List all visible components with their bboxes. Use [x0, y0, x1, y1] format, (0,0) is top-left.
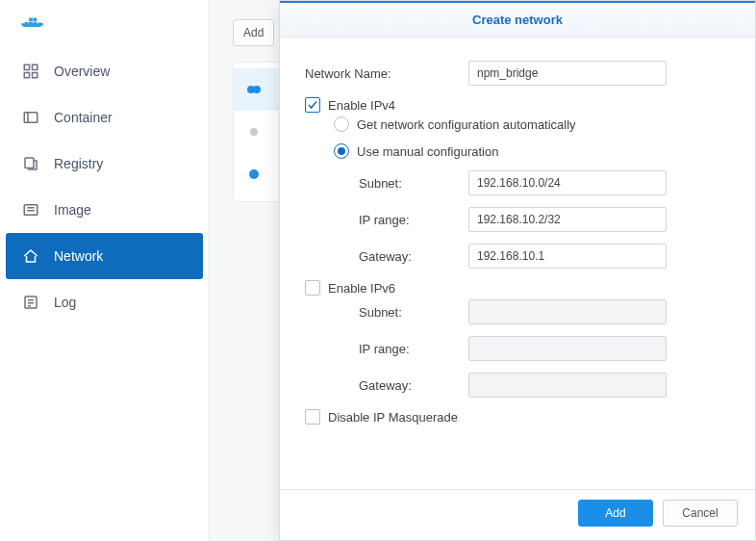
ipv4-subnet-input[interactable] [468, 170, 667, 195]
network-name-label: Network Name: [305, 66, 468, 81]
ipv4-gateway-label: Gateway: [305, 249, 468, 264]
dialog-body: Network Name: Enable IPv4 Get network co… [280, 38, 755, 489]
add-button[interactable]: Add [578, 500, 653, 527]
ipv4-manual-radio[interactable] [334, 143, 349, 159]
enable-ipv4-label: Enable IPv4 [328, 98, 395, 113]
ipv6-gateway-input [468, 373, 667, 398]
ipv4-auto-radio[interactable] [334, 116, 349, 132]
ipv6-iprange-input [468, 336, 667, 361]
dialog-title: Create network [280, 1, 755, 38]
enable-ipv4-checkbox[interactable] [305, 97, 320, 113]
ipv4-manual-label: Use manual configuration [357, 144, 498, 159]
cancel-button[interactable]: Cancel [663, 500, 738, 527]
dialog-footer: Add Cancel [280, 489, 755, 540]
create-network-dialog: Create network Network Name: Enable IPv4… [279, 0, 756, 541]
network-name-input[interactable] [468, 61, 667, 86]
ipv4-gateway-input[interactable] [468, 244, 667, 269]
disable-masquerade-checkbox[interactable] [305, 409, 320, 425]
ipv6-subnet-input [468, 299, 667, 324]
disable-masquerade-label: Disable IP Masquerade [328, 410, 458, 425]
ipv6-iprange-label: IP range: [305, 342, 468, 356]
ipv4-iprange-label: IP range: [305, 213, 468, 227]
ipv6-gateway-label: Gateway: [305, 378, 468, 393]
ipv4-iprange-input[interactable] [468, 207, 667, 232]
ipv4-auto-label: Get network configuration automatically [357, 117, 576, 132]
enable-ipv6-label: Enable IPv6 [328, 281, 395, 296]
enable-ipv6-checkbox[interactable] [305, 280, 320, 296]
ipv6-subnet-label: Subnet: [305, 305, 468, 320]
ipv4-subnet-label: Subnet: [305, 176, 468, 191]
